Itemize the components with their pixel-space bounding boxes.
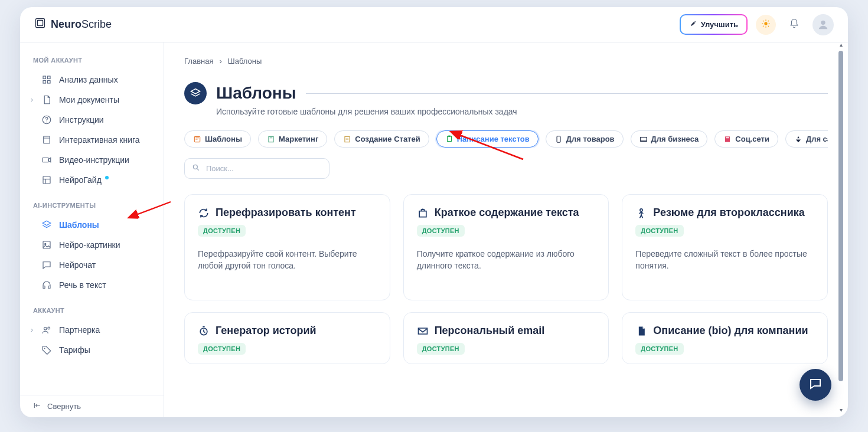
theme-toggle-button[interactable] [756, 15, 776, 35]
status-badge: ДОСТУПЕН [635, 225, 683, 237]
sidebar-item-label: Анализ данных [59, 75, 118, 84]
svg-rect-15 [43, 81, 46, 84]
sidebar-item-neuroguide[interactable]: НейроГайд [20, 170, 164, 190]
svg-rect-27 [43, 286, 45, 289]
chat-bubble-icon [808, 377, 823, 393]
sidebar-item-analytics[interactable]: Анализ данных [20, 70, 164, 90]
cards-grid: Перефразировать контент ДОСТУПЕН Перефра… [184, 194, 828, 364]
filter-label: Создание Статей [355, 135, 420, 143]
social-pill-icon [723, 135, 732, 143]
breadcrumb-current: Шаблоны [228, 57, 262, 66]
sidebar-section-ai-title: AI-ИНСТРУМЕНТЫ [20, 199, 164, 215]
filter-pill-website[interactable]: Для сайта [785, 130, 828, 148]
svg-rect-46 [726, 137, 729, 138]
headphones-icon [41, 280, 52, 290]
svg-rect-40 [447, 136, 451, 141]
filter-pill-templates[interactable]: Шаблоны [184, 130, 251, 148]
status-badge: ДОСТУПЕН [198, 343, 246, 355]
notifications-button[interactable] [784, 15, 804, 35]
svg-line-9 [768, 25, 769, 26]
filter-pill-writing[interactable]: Написание текстов [436, 130, 539, 148]
scrollbar[interactable]: ▴ ▾ [837, 42, 844, 413]
template-card[interactable]: Персональный email ДОСТУПЕН [403, 312, 609, 364]
template-card[interactable]: Генератор историй ДОСТУПЕН [184, 312, 390, 364]
svg-point-29 [44, 328, 47, 330]
scroll-up-icon[interactable]: ▴ [837, 41, 844, 48]
sidebar-item-templates[interactable]: Шаблоны [20, 215, 164, 235]
header: NeuroScribe Улучшить [20, 7, 848, 42]
svg-point-12 [821, 20, 825, 24]
new-indicator-dot [105, 176, 109, 179]
svg-rect-37 [345, 136, 350, 142]
svg-rect-42 [557, 136, 560, 142]
templates-pill-icon [193, 135, 201, 143]
sidebar-item-tariffs[interactable]: Тарифы [20, 340, 164, 360]
svg-point-2 [694, 22, 695, 23]
filter-pill-business[interactable]: Для бизнеса [631, 130, 708, 148]
sidebar-item-label: Видео-инструкции [59, 155, 129, 165]
chat-icon [41, 260, 52, 270]
search-box[interactable] [184, 158, 329, 179]
sidebar-item-book[interactable]: Интерактивная книга [20, 130, 164, 150]
svg-point-50 [640, 208, 642, 211]
sidebar-section-account-title: МОЙ АККАУНТ [20, 54, 164, 70]
products-pill-icon [554, 135, 563, 143]
bell-icon [789, 18, 800, 31]
upgrade-button[interactable]: Улучшить [680, 14, 748, 35]
filter-label: Маркетинг [279, 135, 318, 143]
image-icon [41, 240, 52, 250]
sidebar-item-label: Интерактивная книга [59, 135, 140, 145]
sidebar-item-label: Инструкции [59, 115, 104, 125]
filter-pill-products[interactable]: Для товаров [546, 130, 624, 148]
breadcrumb-sep: › [219, 57, 221, 66]
card-title: Краткое содержание текста [435, 207, 579, 219]
sidebar-item-label: НейроГайд [59, 175, 102, 185]
avatar[interactable] [812, 14, 834, 35]
card-title: Персональный email [435, 325, 545, 337]
svg-line-8 [763, 21, 763, 21]
filter-pill-articles[interactable]: Создание Статей [334, 130, 429, 148]
brand-icon [34, 17, 46, 32]
sidebar-item-video[interactable]: Видео-инструкции [20, 150, 164, 170]
scroll-down-icon[interactable]: ▾ [837, 407, 844, 414]
sidebar-item-instructions[interactable]: Инструкции [20, 110, 164, 130]
summarize-icon [417, 207, 429, 219]
brand-name: NeuroScribe [51, 18, 112, 31]
filter-pill-marketing[interactable]: Маркетинг [258, 130, 327, 148]
template-card[interactable]: Описание (bio) для компании ДОСТУПЕН [622, 312, 828, 364]
sidebar-item-images[interactable]: Нейро-картинки [20, 235, 164, 255]
tag-icon [41, 345, 52, 355]
sidebar-item-label: Шаблоны [59, 220, 99, 230]
template-card[interactable]: Перефразировать контент ДОСТУПЕН Перефра… [184, 194, 390, 300]
sidebar-item-label: Партнерка [59, 325, 100, 335]
svg-rect-35 [269, 136, 273, 142]
card-title: Перефразировать контент [216, 207, 356, 219]
sidebar-item-affiliate[interactable]: Партнерка [20, 320, 164, 340]
sidebar-item-documents[interactable]: Мои документы [20, 90, 164, 110]
sidebar-item-speech[interactable]: Речь в текст [20, 275, 164, 295]
svg-point-31 [44, 348, 45, 349]
svg-point-47 [193, 165, 197, 169]
breadcrumb-home[interactable]: Главная [184, 57, 213, 66]
brand[interactable]: NeuroScribe [34, 17, 112, 32]
filter-pill-social[interactable]: Соц.сети [714, 130, 778, 148]
svg-line-10 [763, 25, 763, 26]
search-icon [192, 163, 200, 174]
template-card[interactable]: Резюме для второклассника ДОСТУПЕН Перев… [622, 194, 828, 300]
child-icon [635, 207, 647, 219]
clock-icon [198, 325, 210, 337]
search-input[interactable] [206, 164, 322, 173]
status-badge: ДОСТУПЕН [417, 343, 465, 355]
svg-point-3 [764, 22, 767, 25]
svg-rect-13 [43, 76, 46, 79]
card-desc: Перефразируйте свой контент. Выберите лю… [198, 248, 377, 271]
sidebar-section-acct-title: АККАУНТ [20, 305, 164, 320]
app-window: NeuroScribe Улучшить [20, 7, 848, 417]
sidebar-collapse[interactable]: Свернуть [20, 395, 164, 417]
chat-bubble-button[interactable] [800, 369, 831, 401]
template-card[interactable]: Краткое содержание текста ДОСТУПЕН Получ… [403, 194, 609, 300]
scrollbar-thumb[interactable] [838, 51, 843, 381]
rocket-icon [689, 19, 697, 30]
sidebar-item-chat[interactable]: Нейрочат [20, 255, 164, 275]
body: МОЙ АККАУНТ Анализ данных Мои документы … [20, 42, 848, 417]
